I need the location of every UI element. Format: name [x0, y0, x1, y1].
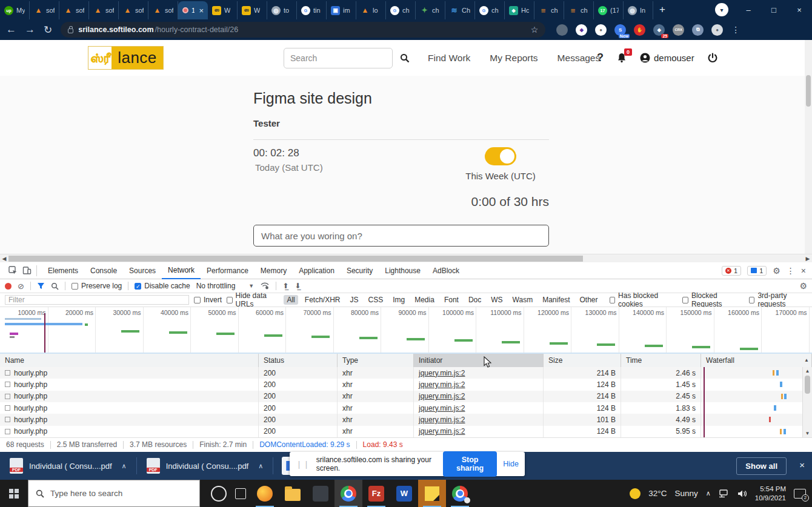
volume-tray-icon[interactable]	[737, 489, 747, 498]
browser-tab[interactable]: Gtin	[297, 1, 327, 19]
minimize-button[interactable]: –	[736, 5, 761, 15]
request-name-cell[interactable]: hourly.php	[0, 414, 259, 425]
purple-diamond-icon[interactable]: ◆	[576, 24, 587, 36]
console-messages-badge[interactable]: 1	[747, 266, 767, 276]
request-initiator-link[interactable]: jquery.min.js:2	[419, 369, 465, 377]
browser-tab[interactable]: Gch	[386, 1, 416, 19]
table-row[interactable]: hourly.php200xhrjquery.min.js:2101 B4.49…	[0, 414, 812, 425]
page-vertical-scrollbar[interactable]	[805, 40, 812, 254]
scroll-left-arrow[interactable]: ◀	[0, 254, 8, 263]
avatar-icon[interactable]: ●	[711, 24, 723, 36]
device-toolbar-icon[interactable]	[22, 266, 32, 275]
inspect-element-icon[interactable]	[8, 266, 18, 275]
column-header-type[interactable]: Type	[338, 354, 414, 367]
scroll-thumb[interactable]	[8, 256, 583, 262]
action-center-icon[interactable]: 2	[794, 489, 806, 499]
stop-sharing-button[interactable]: Stop sharing	[443, 451, 497, 477]
drag-handle-icon[interactable]: ❘❘	[296, 460, 310, 469]
taskbar-search-input[interactable]: Type here to search	[28, 480, 200, 507]
browser-tab[interactable]: ▲sof	[119, 1, 148, 19]
start-button[interactable]	[0, 480, 28, 507]
devtools-settings-icon[interactable]: ⚙	[773, 266, 780, 276]
browser-tab[interactable]: Gch	[475, 1, 505, 19]
devtools-tab-elements[interactable]: Elements	[42, 262, 84, 279]
maximize-button[interactable]: □	[761, 5, 787, 15]
filter-type-js[interactable]: JS	[347, 295, 361, 305]
download-options-icon[interactable]: ∧	[122, 462, 127, 470]
logout-power-icon[interactable]	[708, 53, 717, 63]
filter-type-manifest[interactable]: Manifest	[539, 295, 573, 305]
record-network-log-icon[interactable]	[5, 283, 12, 290]
browser-tab[interactable]: ◍to	[267, 1, 297, 19]
notifications-bell[interactable]: 0	[617, 53, 627, 63]
close-button[interactable]: ×	[787, 5, 812, 15]
filter-type-media[interactable]: Media	[411, 295, 438, 305]
task-view-icon[interactable]	[235, 488, 246, 499]
browser-tab[interactable]: ≋Ch	[445, 1, 475, 19]
browser-tab[interactable]: ▲lo	[356, 1, 386, 19]
filter-type-fetchxhr[interactable]: Fetch/XHR	[302, 295, 344, 305]
taskbar-app-dark-app-icon[interactable]	[307, 480, 334, 507]
request-initiator-link[interactable]: jquery.min.js:2	[419, 416, 465, 424]
devtools-tab-network[interactable]: Network	[162, 262, 201, 279]
devtools-tab-application[interactable]: Application	[293, 262, 341, 279]
diamond-badge-icon[interactable]: ◈25	[653, 24, 665, 36]
forward-icon[interactable]: →	[25, 24, 35, 36]
export-har-icon[interactable]: ⬇̲	[295, 282, 301, 290]
hand-icon[interactable]: ✋	[634, 24, 645, 36]
browser-tab[interactable]: 17(17	[594, 1, 624, 19]
taskbar-app-file-explorer-icon[interactable]	[279, 480, 307, 507]
bookmark-star-icon[interactable]: ☆	[531, 25, 539, 35]
table-row[interactable]: hourly.php200xhrjquery.min.js:2124 B1.83…	[0, 402, 812, 414]
download-item[interactable]: Individual ( Consu....pdf∧	[0, 452, 136, 480]
download-item[interactable]: Individual ( Consu....pdf∧	[137, 452, 273, 480]
browser-tab[interactable]: ▲sof	[89, 1, 119, 19]
request-name-cell[interactable]: hourly.php	[0, 402, 259, 414]
browser-tab[interactable]: ≡ch	[534, 1, 564, 19]
filter-checkbox-has-blocked-cookies[interactable]: Has blocked cookies	[610, 291, 674, 308]
clear-network-log-icon[interactable]: ⊘	[18, 282, 24, 291]
download-options-icon[interactable]: ∧	[258, 462, 263, 470]
network-filter-input[interactable]: Filter	[5, 295, 189, 305]
browser-tab[interactable]: ◍In	[624, 1, 653, 19]
user-menu[interactable]: demouser	[640, 53, 694, 63]
sort-arrow-icon[interactable]: ▲	[804, 357, 809, 363]
filter-type-css[interactable]: CSS	[365, 295, 387, 305]
column-header-waterfall[interactable]: Waterfall▲	[701, 354, 812, 367]
devtools-tab-memory[interactable]: Memory	[255, 262, 293, 279]
request-name-cell[interactable]: hourly.php	[0, 391, 259, 402]
network-overview-timeline[interactable]: 10000 ms20000 ms30000 ms40000 ms50000 ms…	[0, 307, 812, 354]
back-icon[interactable]: ←	[6, 24, 16, 36]
devtools-tab-sources[interactable]: Sources	[123, 262, 162, 279]
browser-profile-button[interactable]: ▾	[715, 3, 728, 16]
column-header-time[interactable]: Time	[621, 354, 701, 367]
browser-tab[interactable]: ✦ch	[416, 1, 445, 19]
request-initiator-link[interactable]: jquery.min.js:2	[419, 380, 465, 389]
network-settings-gear-icon[interactable]: ⚙	[799, 281, 807, 291]
invert-checkbox[interactable]: Invert	[194, 296, 222, 304]
table-vertical-scrollbar[interactable]: ▲▼	[802, 367, 812, 437]
devtools-menu-icon[interactable]: ⋮	[787, 266, 795, 276]
request-initiator-link[interactable]: jquery.min.js:2	[419, 427, 465, 436]
filter-type-all[interactable]: All	[284, 295, 298, 305]
nav-link-messages[interactable]: Messages	[557, 53, 601, 64]
filter-funnel-icon[interactable]	[37, 282, 45, 290]
filter-type-doc[interactable]: Doc	[465, 295, 484, 305]
filter-type-other[interactable]: Other	[577, 295, 601, 305]
browser-tab[interactable]: upMy	[0, 1, 30, 19]
devtools-close-icon[interactable]: ×	[801, 266, 806, 276]
browser-menu-icon[interactable]: ⋮	[731, 25, 740, 35]
taskbar-app-chrome-profile-icon[interactable]	[446, 480, 474, 507]
browser-tab[interactable]: ≡ch	[564, 1, 594, 19]
tray-expand-icon[interactable]: ∧	[706, 489, 711, 497]
devtools-tab-adblock[interactable]: AdBlock	[427, 262, 465, 279]
s-extension-icon[interactable]: SNew	[614, 24, 626, 36]
nav-link-find-work[interactable]: Find Work	[428, 53, 470, 64]
search-input[interactable]: Search	[284, 48, 393, 68]
search-icon[interactable]	[400, 53, 410, 63]
download-bar-close-icon[interactable]: ×	[799, 460, 805, 470]
url-field[interactable]: srilance.softileo.com /hourly-contract-d…	[61, 22, 545, 38]
table-row[interactable]: hourly.php200xhrjquery.min.js:2214 B2.46…	[0, 367, 812, 379]
filter-type-font[interactable]: Font	[441, 295, 462, 305]
request-name-cell[interactable]: hourly.php	[0, 379, 259, 390]
